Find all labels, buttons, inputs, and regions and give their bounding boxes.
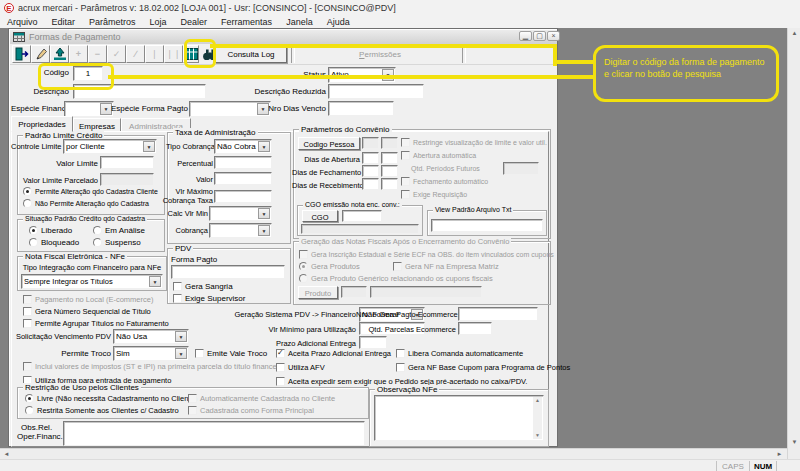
nro-forma-pagto-ecommerce-field[interactable] — [458, 307, 538, 321]
permissoes-button[interactable]: Permissões — [310, 50, 450, 59]
checkbox-emite-vale-troco[interactable]: Emite Vale Troco — [195, 349, 267, 358]
exit-button[interactable] — [12, 45, 31, 63]
textarea-scrollbar[interactable]: ▲▼ — [533, 397, 542, 439]
statusbar-separator — [716, 461, 717, 471]
horizontal-scrollbar[interactable]: ◄ ► — [0, 448, 787, 459]
valor-limite-field[interactable] — [100, 156, 154, 169]
radio-bloqueado[interactable]: Bloqueado — [29, 238, 79, 247]
checkbox-box — [23, 307, 32, 316]
chevron-down-icon[interactable]: ▼ — [258, 208, 270, 219]
radio-nao-permite-alteracao[interactable]: Não Permite Alteração qdo Cadastra — [23, 199, 149, 208]
menu-loja[interactable]: Loja — [150, 17, 167, 27]
observacao-nfe-textarea[interactable]: ▲▼ — [374, 395, 544, 441]
scroll-down-icon[interactable]: ▼ — [533, 433, 542, 438]
radio-liberado[interactable]: Liberado — [29, 226, 72, 235]
insert-button[interactable]: + — [69, 45, 88, 63]
calc-vlr-min-dropdown[interactable]: ▼ — [209, 206, 272, 221]
radio-livre[interactable]: Livre (Não necessita Cadastramento no Cl… — [25, 394, 197, 403]
cgo-field[interactable] — [342, 210, 382, 222]
chevron-down-icon[interactable]: ▼ — [175, 331, 187, 342]
cancel-edit-button[interactable]: ∕ — [126, 45, 145, 63]
consulta-log-button[interactable]: Consulta Log — [215, 46, 287, 63]
child-titlebar[interactable]: Formas de Pagamento — [10, 30, 557, 44]
especie-financeira-dropdown[interactable]: ▼ — [64, 101, 114, 117]
radio-label: Não Permite Alteração qdo Cadastra — [35, 200, 149, 207]
checkbox-gera-inscricao: Gera Inscrição Estadual e Série ECF na O… — [299, 250, 554, 259]
vlr-maximo-field[interactable] — [214, 190, 272, 203]
dias-abertura-field2[interactable] — [381, 152, 398, 164]
chevron-down-icon[interactable]: ▼ — [149, 276, 161, 287]
prior-button[interactable]: ❘ — [145, 45, 164, 63]
scroll-up-arrow-icon[interactable]: ▲ — [789, 29, 800, 38]
close-button[interactable]: × — [547, 31, 560, 41]
tipo-integracao-dropdown[interactable]: Sempre Integrar os Títulos▼ — [21, 274, 163, 289]
maximize-button[interactable]: ▢ — [533, 31, 546, 41]
dias-fechamento-field1[interactable] — [362, 165, 379, 177]
percentual-field[interactable] — [214, 156, 272, 169]
checkbox-gera-sangria[interactable]: Gera Sangria — [173, 282, 233, 291]
permite-troco-dropdown[interactable]: Sim▼ — [113, 346, 189, 361]
scroll-left-icon[interactable]: ◄ — [1, 450, 12, 459]
import-button[interactable] — [50, 45, 69, 63]
solicitacao-vencimento-dropdown[interactable]: Não Usa▼ — [113, 329, 189, 344]
menu-ferramentas[interactable]: Ferramentas — [221, 17, 272, 27]
checkbox-exige-requisicao: Exige Requisição — [401, 190, 467, 199]
checkbox-libera-comanda[interactable]: Libera Comanda automaticamente — [396, 349, 523, 358]
checkbox-label: Cadastrada como Forma Principal — [200, 406, 314, 415]
minimize-button[interactable]: ▁ — [519, 31, 532, 41]
menu-parametros[interactable]: Parâmetros — [89, 17, 136, 27]
dias-recebimento-field2[interactable] — [381, 178, 398, 190]
radio-label: Suspenso — [105, 238, 141, 247]
checkbox-utiliza-afv[interactable]: Utiliza AFV — [276, 363, 325, 372]
radio-gera-produto-generico: Gera Produto Genérico relacionando os cu… — [299, 274, 493, 283]
menu-janela[interactable]: Janela — [286, 17, 313, 27]
menu-ajuda[interactable]: Ajuda — [327, 17, 350, 27]
radio-permite-alteracao[interactable]: Permite Alteração qdo Cadastra Cliente — [23, 187, 158, 196]
valor-field[interactable] — [214, 172, 272, 185]
edit-button[interactable] — [31, 45, 50, 63]
vertical-scrollbar[interactable]: ▲ ▼ — [787, 28, 800, 459]
chevron-down-icon[interactable]: ▼ — [143, 141, 155, 152]
dias-recebimento-field1[interactable] — [362, 178, 379, 190]
menu-arquivo[interactable]: Arquivo — [7, 17, 38, 27]
checkbox-gera-nf-base-cupom[interactable]: Gera NF Base Cupom para Programa de Pont… — [396, 363, 570, 372]
obs-rel-textarea[interactable] — [63, 421, 365, 446]
tipo-cobranca-dropdown[interactable]: Não Cobra▼ — [214, 139, 272, 154]
menu-editar[interactable]: Editar — [52, 17, 76, 27]
group-title: View Padrão Arquivo Txt — [433, 206, 513, 213]
scroll-up-icon[interactable]: ▲ — [533, 397, 542, 403]
dias-fechamento-field2[interactable] — [381, 165, 398, 177]
radio-restrita[interactable]: Restrita Somente aos Clientes c/ Cadastr… — [25, 406, 179, 415]
group-title: Observação NFe — [375, 385, 439, 394]
view-padrao-field[interactable] — [431, 219, 543, 232]
codigo-pessoa-button[interactable]: Codigo Pessoa — [298, 137, 360, 150]
menu-dealer[interactable]: Dealer — [181, 17, 208, 27]
confirm-button[interactable]: ✓ — [107, 45, 126, 63]
forma-pagto-field[interactable] — [171, 265, 285, 279]
group-title: Taxa de Administração — [173, 128, 258, 137]
tab-empresas[interactable]: Empresas — [73, 118, 121, 132]
chevron-down-icon[interactable]: ▼ — [258, 225, 270, 236]
dias-abertura-field1[interactable] — [362, 152, 379, 164]
chevron-down-icon[interactable]: ▼ — [175, 348, 187, 359]
group-title: Parâmetros do Convênio — [299, 125, 392, 134]
controle-limite-dropdown[interactable]: por Cliente▼ — [63, 139, 157, 154]
tab-propriedades[interactable]: Propriedades — [11, 116, 73, 132]
cobranca-dropdown[interactable]: ▼ — [209, 223, 272, 238]
checkbox-exige-supervisor[interactable]: Exige Supervisor — [173, 294, 245, 303]
checkbox-gera-numero-sequencial[interactable]: Gera Número Sequencial de Título — [23, 307, 151, 316]
delete-button[interactable]: − — [88, 45, 107, 63]
chevron-down-icon[interactable]: ▼ — [258, 141, 270, 152]
descricao-reduzida-field[interactable] — [328, 84, 424, 99]
pause-button[interactable]: ❘❘ — [164, 45, 183, 63]
radio-suspenso[interactable]: Suspenso — [93, 238, 141, 247]
radio-em-analise[interactable]: Em Análise — [93, 226, 145, 235]
prazo-adicional-entrega-field[interactable] — [359, 336, 387, 349]
checkbox-permite-agrupar[interactable]: Permite Agrupar Títulos no Faturamento — [23, 319, 169, 328]
nro-dias-vencto-field[interactable] — [328, 101, 394, 116]
scroll-down-arrow-icon[interactable]: ▼ — [789, 438, 800, 447]
q-parcelas-ecommerce-field[interactable] — [458, 322, 492, 335]
scroll-right-icon[interactable]: ► — [774, 450, 785, 459]
checkbox-aceita-prazo-adicional[interactable]: Aceita Prazo Adicional Entrega — [276, 349, 391, 358]
cgo-button[interactable]: CGO — [302, 210, 338, 222]
